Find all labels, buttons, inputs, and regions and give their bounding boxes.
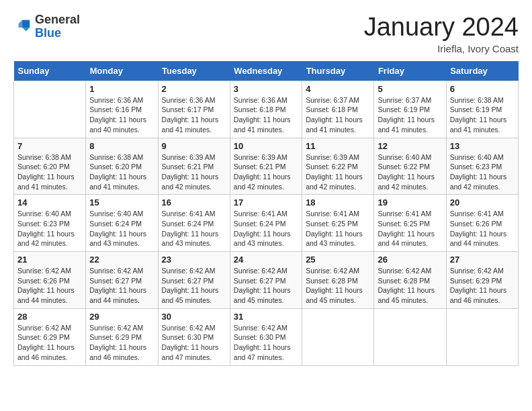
calendar-cell: 15Sunrise: 6:40 AMSunset: 6:24 PMDayligh… — [86, 195, 158, 252]
sunrise-text: Sunrise: 6:39 AM — [234, 153, 287, 161]
daylight-text: Daylight: 11 hours and 47 minutes. — [234, 343, 291, 361]
sunset-text: Sunset: 6:27 PM — [89, 277, 142, 285]
calendar-week-row: 28Sunrise: 6:42 AMSunset: 6:29 PMDayligh… — [14, 308, 519, 365]
calendar-cell: 24Sunrise: 6:42 AMSunset: 6:27 PMDayligh… — [230, 252, 302, 309]
calendar-cell: 27Sunrise: 6:42 AMSunset: 6:29 PMDayligh… — [446, 252, 518, 309]
day-info: Sunrise: 6:40 AMSunset: 6:22 PMDaylight:… — [378, 152, 442, 192]
sunset-text: Sunset: 6:22 PM — [378, 163, 430, 171]
day-number: 17 — [234, 197, 298, 208]
calendar-table: SundayMondayTuesdayWednesdayThursdayFrid… — [13, 61, 519, 366]
day-info: Sunrise: 6:42 AMSunset: 6:27 PMDaylight:… — [162, 266, 226, 306]
daylight-text: Daylight: 11 hours and 46 minutes. — [450, 286, 507, 304]
weekday-header-sunday: Sunday — [14, 61, 86, 81]
sunrise-text: Sunrise: 6:42 AM — [450, 267, 504, 275]
daylight-text: Daylight: 11 hours and 44 minutes. — [17, 286, 75, 304]
sunset-text: Sunset: 6:26 PM — [450, 220, 502, 228]
logo: General Blue — [13, 13, 80, 40]
calendar-cell: 28Sunrise: 6:42 AMSunset: 6:29 PMDayligh… — [14, 308, 86, 365]
sunrise-text: Sunrise: 6:37 AM — [306, 96, 359, 104]
sunrise-text: Sunrise: 6:41 AM — [450, 210, 504, 218]
day-info: Sunrise: 6:42 AMSunset: 6:27 PMDaylight:… — [234, 266, 298, 306]
calendar-week-row: 21Sunrise: 6:42 AMSunset: 6:26 PMDayligh… — [14, 252, 519, 309]
calendar-cell — [446, 308, 518, 365]
sunrise-text: Sunrise: 6:38 AM — [450, 96, 504, 104]
calendar-cell: 2Sunrise: 6:36 AMSunset: 6:17 PMDaylight… — [158, 81, 230, 138]
daylight-text: Daylight: 11 hours and 43 minutes. — [306, 230, 363, 248]
daylight-text: Daylight: 11 hours and 42 minutes. — [17, 230, 75, 248]
sunset-text: Sunset: 6:20 PM — [17, 163, 70, 171]
sunset-text: Sunset: 6:29 PM — [89, 333, 142, 341]
calendar-cell: 8Sunrise: 6:38 AMSunset: 6:20 PMDaylight… — [86, 138, 158, 195]
day-number: 29 — [89, 312, 154, 322]
day-number: 8 — [89, 141, 154, 151]
daylight-text: Daylight: 11 hours and 44 minutes. — [378, 230, 435, 248]
day-number: 14 — [17, 197, 82, 208]
daylight-text: Daylight: 11 hours and 44 minutes. — [89, 286, 146, 304]
svg-marker-0 — [22, 20, 30, 28]
daylight-text: Daylight: 11 hours and 41 minutes. — [162, 116, 219, 134]
day-info: Sunrise: 6:38 AMSunset: 6:20 PMDaylight:… — [17, 152, 82, 192]
daylight-text: Daylight: 11 hours and 42 minutes. — [450, 173, 507, 191]
day-number: 18 — [306, 197, 370, 208]
logo-general: General — [35, 13, 80, 26]
day-number: 31 — [234, 312, 298, 322]
sunrise-text: Sunrise: 6:41 AM — [306, 210, 359, 218]
sunset-text: Sunset: 6:24 PM — [234, 220, 286, 228]
sunrise-text: Sunrise: 6:42 AM — [306, 267, 359, 275]
day-number: 9 — [162, 141, 226, 151]
day-number: 2 — [162, 84, 226, 94]
daylight-text: Daylight: 11 hours and 42 minutes. — [306, 173, 363, 191]
daylight-text: Daylight: 11 hours and 46 minutes. — [17, 343, 75, 361]
sunset-text: Sunset: 6:20 PM — [89, 163, 142, 171]
day-info: Sunrise: 6:36 AMSunset: 6:18 PMDaylight:… — [234, 95, 298, 135]
daylight-text: Daylight: 11 hours and 41 minutes. — [17, 173, 75, 191]
calendar-cell: 26Sunrise: 6:42 AMSunset: 6:28 PMDayligh… — [374, 252, 446, 309]
calendar-cell: 16Sunrise: 6:41 AMSunset: 6:24 PMDayligh… — [158, 195, 230, 252]
weekday-header-monday: Monday — [86, 61, 158, 81]
day-info: Sunrise: 6:42 AMSunset: 6:30 PMDaylight:… — [162, 323, 226, 363]
sunrise-text: Sunrise: 6:38 AM — [17, 153, 71, 161]
calendar-cell: 14Sunrise: 6:40 AMSunset: 6:23 PMDayligh… — [14, 195, 86, 252]
day-number: 30 — [162, 312, 226, 322]
sunset-text: Sunset: 6:22 PM — [306, 163, 358, 171]
sunset-text: Sunset: 6:25 PM — [306, 220, 358, 228]
calendar-cell: 23Sunrise: 6:42 AMSunset: 6:27 PMDayligh… — [158, 252, 230, 309]
logo-icon — [13, 17, 32, 36]
sunrise-text: Sunrise: 6:39 AM — [306, 153, 359, 161]
day-info: Sunrise: 6:42 AMSunset: 6:28 PMDaylight:… — [378, 266, 442, 306]
daylight-text: Daylight: 11 hours and 44 minutes. — [450, 230, 507, 248]
day-number: 24 — [234, 255, 298, 265]
day-number: 3 — [234, 84, 298, 94]
weekday-header-tuesday: Tuesday — [158, 61, 230, 81]
weekday-header-friday: Friday — [374, 61, 446, 81]
calendar-week-row: 1Sunrise: 6:36 AMSunset: 6:16 PMDaylight… — [14, 81, 519, 138]
day-number: 25 — [306, 255, 370, 265]
day-number: 21 — [17, 255, 82, 265]
title-block: January 2024 Iriefla, Ivory Coast — [364, 13, 519, 54]
day-info: Sunrise: 6:37 AMSunset: 6:19 PMDaylight:… — [378, 95, 442, 135]
daylight-text: Daylight: 11 hours and 45 minutes. — [378, 286, 435, 304]
daylight-text: Daylight: 11 hours and 45 minutes. — [306, 286, 363, 304]
calendar-cell: 9Sunrise: 6:39 AMSunset: 6:21 PMDaylight… — [158, 138, 230, 195]
day-info: Sunrise: 6:42 AMSunset: 6:29 PMDaylight:… — [17, 323, 82, 363]
daylight-text: Daylight: 11 hours and 47 minutes. — [162, 343, 219, 361]
daylight-text: Daylight: 11 hours and 41 minutes. — [306, 116, 363, 134]
weekday-header-thursday: Thursday — [302, 61, 374, 81]
location: Iriefla, Ivory Coast — [364, 43, 519, 54]
calendar-cell — [374, 308, 446, 365]
daylight-text: Daylight: 11 hours and 41 minutes. — [89, 173, 146, 191]
sunrise-text: Sunrise: 6:42 AM — [89, 267, 143, 275]
calendar-cell: 29Sunrise: 6:42 AMSunset: 6:29 PMDayligh… — [86, 308, 158, 365]
day-info: Sunrise: 6:39 AMSunset: 6:22 PMDaylight:… — [306, 152, 370, 192]
sunrise-text: Sunrise: 6:42 AM — [234, 267, 287, 275]
sunrise-text: Sunrise: 6:41 AM — [378, 210, 431, 218]
day-info: Sunrise: 6:42 AMSunset: 6:30 PMDaylight:… — [234, 323, 298, 363]
calendar-week-row: 14Sunrise: 6:40 AMSunset: 6:23 PMDayligh… — [14, 195, 519, 252]
calendar-cell: 6Sunrise: 6:38 AMSunset: 6:19 PMDaylight… — [446, 81, 518, 138]
sunset-text: Sunset: 6:23 PM — [450, 163, 502, 171]
calendar-cell: 12Sunrise: 6:40 AMSunset: 6:22 PMDayligh… — [374, 138, 446, 195]
day-info: Sunrise: 6:36 AMSunset: 6:17 PMDaylight:… — [162, 95, 226, 135]
day-number: 15 — [89, 197, 154, 208]
sunrise-text: Sunrise: 6:40 AM — [17, 210, 71, 218]
sunrise-text: Sunrise: 6:39 AM — [162, 153, 216, 161]
